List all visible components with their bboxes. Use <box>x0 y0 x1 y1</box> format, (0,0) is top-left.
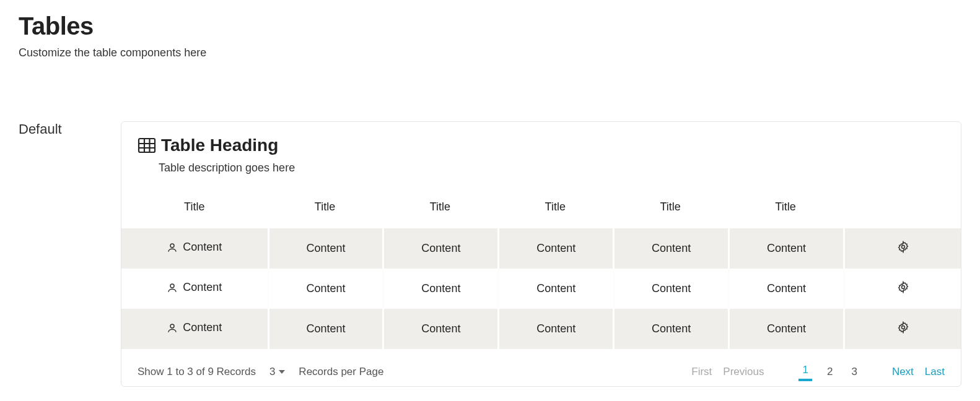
column-header[interactable]: Title <box>728 186 843 228</box>
pagination-last[interactable]: Last <box>925 366 945 378</box>
cell-value: Content <box>497 269 613 309</box>
card-title: Table Heading <box>161 136 278 155</box>
per-page-value: 3 <box>269 366 275 378</box>
records-summary: Show 1 to 3 of 9 Records <box>138 366 256 378</box>
pagination-next[interactable]: Next <box>892 366 914 378</box>
cell-value: Content <box>497 309 613 349</box>
table-footer: Show 1 to 3 of 9 Records 3 Records per P… <box>121 349 961 386</box>
svg-point-5 <box>170 244 174 248</box>
pagination-page-2[interactable]: 2 <box>823 364 836 379</box>
svg-point-8 <box>901 286 904 289</box>
user-icon <box>167 282 178 293</box>
svg-point-10 <box>901 326 904 329</box>
cell-value: Content <box>613 269 728 309</box>
gear-icon[interactable] <box>897 241 909 253</box>
pagination-page-3[interactable]: 3 <box>847 364 860 379</box>
pagination-first[interactable]: First <box>691 366 712 378</box>
svg-point-9 <box>170 324 174 328</box>
table-row: Content Content Content Content Content … <box>121 309 961 349</box>
pagination-previous[interactable]: Previous <box>723 366 764 378</box>
cell-value: Content <box>268 269 383 309</box>
table-icon <box>138 137 156 153</box>
per-page-select[interactable]: 3 <box>269 366 285 378</box>
table-row: Content Content Content Content Content … <box>121 228 961 269</box>
table-card: Table Heading Table description goes her… <box>121 121 961 387</box>
svg-rect-0 <box>139 139 155 152</box>
cell-value: Content <box>183 241 222 254</box>
pagination-page-1[interactable]: 1 <box>798 363 812 381</box>
page-subtitle: Customize the table components here <box>19 46 961 59</box>
cell-value: Content <box>728 309 843 349</box>
column-header[interactable]: Title <box>613 186 728 228</box>
cell-value: Content <box>728 269 843 309</box>
cell-value: Content <box>382 269 497 309</box>
cell-value: Content <box>728 228 843 269</box>
cell-value: Content <box>613 228 728 269</box>
gear-icon[interactable] <box>897 321 909 334</box>
card-description: Table description goes here <box>159 162 945 175</box>
cell-value: Content <box>183 281 222 294</box>
section-label: Default <box>19 121 96 137</box>
cell-value: Content <box>613 309 728 349</box>
column-header[interactable]: Title <box>121 186 268 228</box>
column-header[interactable]: Title <box>382 186 497 228</box>
caret-down-icon <box>279 370 285 374</box>
cell-value: Content <box>268 228 383 269</box>
column-header[interactable]: Title <box>497 186 613 228</box>
column-header-actions <box>843 186 961 228</box>
cell-value: Content <box>382 309 497 349</box>
table-row: Content Content Content Content Content … <box>121 269 961 309</box>
column-header[interactable]: Title <box>268 186 383 228</box>
cell-value: Content <box>497 228 613 269</box>
gear-icon[interactable] <box>897 281 909 293</box>
data-table: Title Title Title Title Title Title <box>121 186 961 349</box>
svg-point-7 <box>170 284 174 288</box>
per-page-label: Records per Page <box>299 366 383 378</box>
cell-value: Content <box>382 228 497 269</box>
page-title: Tables <box>19 12 961 40</box>
cell-value: Content <box>268 309 383 349</box>
cell-value: Content <box>183 321 222 334</box>
user-icon <box>167 242 178 253</box>
user-icon <box>167 322 178 334</box>
svg-point-6 <box>901 246 904 249</box>
